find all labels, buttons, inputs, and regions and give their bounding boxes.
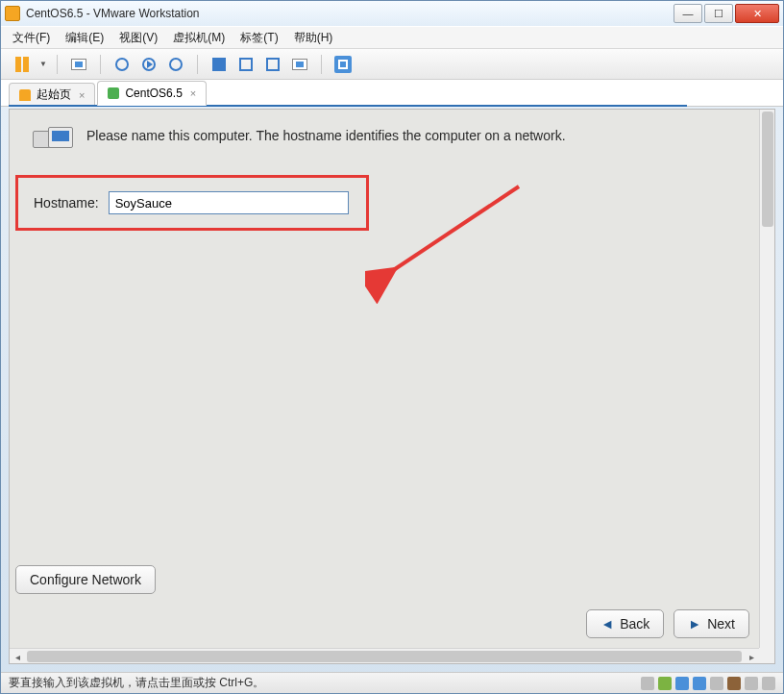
arrow-right-icon: ► (688, 616, 701, 632)
hostname-label: Hostname: (34, 195, 99, 211)
menu-help[interactable]: 帮助(H) (294, 30, 333, 46)
next-label: Next (707, 616, 735, 632)
annotation-arrow-icon (365, 158, 538, 331)
hostname-blurb: Please name this computer. The hostname … (33, 127, 747, 161)
back-button[interactable]: ◄ Back (586, 609, 664, 638)
close-icon[interactable]: × (79, 89, 85, 101)
floppy-icon[interactable] (675, 677, 689, 690)
horizontal-scrollbar[interactable]: ◂ ▸ (10, 648, 759, 663)
sound-icon[interactable] (727, 677, 741, 690)
configure-network-button[interactable]: Configure Network (15, 565, 156, 594)
hostname-input[interactable] (109, 191, 349, 214)
vertical-scrollbar[interactable] (759, 110, 774, 648)
scroll-thumb[interactable] (27, 651, 742, 662)
menu-edit[interactable]: 编辑(E) (65, 30, 104, 46)
close-icon[interactable]: × (190, 87, 196, 99)
vm-icon (108, 87, 119, 99)
printer-icon[interactable] (745, 677, 758, 690)
scroll-right-icon[interactable]: ▸ (744, 649, 759, 664)
cd-icon[interactable] (658, 677, 672, 690)
usb-icon[interactable] (710, 677, 723, 690)
maximize-button[interactable]: ☐ (704, 4, 733, 23)
scroll-thumb[interactable] (762, 112, 773, 227)
separator (321, 55, 322, 74)
hostname-blurb-text: Please name this computer. The hostname … (86, 127, 566, 145)
separator (100, 55, 101, 74)
view-unity-icon[interactable] (261, 53, 284, 76)
scroll-corner (759, 648, 774, 663)
arrow-left-icon: ◄ (600, 616, 614, 632)
back-label: Back (620, 616, 649, 632)
scroll-left-icon[interactable]: ◂ (10, 649, 25, 664)
guest-display[interactable]: Please name this computer. The hostname … (9, 109, 775, 664)
home-icon (19, 89, 31, 101)
minimize-button[interactable]: — (674, 4, 702, 23)
snapshot-take-icon[interactable] (110, 53, 134, 76)
titlebar: CentOS6.5 - VMware Workstation — ☐ ✕ (1, 1, 783, 26)
hostname-highlight-box: Hostname: (15, 175, 369, 231)
tab-centos[interactable]: CentOS6.5 × (97, 81, 207, 106)
menu-file[interactable]: 文件(F) (12, 30, 50, 46)
installer-panel: Please name this computer. The hostname … (10, 110, 759, 648)
pause-button[interactable] (11, 53, 34, 76)
window-title: CentOS6.5 - VMware Workstation (26, 7, 672, 20)
tab-home-label: 起始页 (37, 87, 71, 103)
tabstrip: 起始页 × CentOS6.5 × (1, 80, 783, 107)
tab-centos-label: CentOS6.5 (125, 87, 182, 100)
snapshot-manager-icon[interactable] (164, 53, 187, 76)
view-console-icon[interactable] (234, 53, 257, 76)
status-hint: 要直接输入到该虚拟机，请点击里面或按 Ctrl+G。 (9, 675, 264, 691)
toolbar: ▼ (1, 49, 783, 80)
separator (197, 55, 198, 74)
configure-network-label: Configure Network (30, 572, 141, 587)
menu-tabs[interactable]: 标签(T) (240, 30, 278, 46)
view-single-icon[interactable] (208, 53, 231, 76)
snapshot-revert-icon[interactable] (137, 53, 160, 76)
menu-view[interactable]: 视图(V) (119, 30, 158, 46)
tab-home[interactable]: 起始页 × (9, 83, 95, 106)
message-icon[interactable] (762, 677, 775, 690)
computer-icon (33, 127, 75, 161)
snapshot-button[interactable] (67, 53, 90, 76)
statusbar: 要直接输入到该虚拟机，请点击里面或按 Ctrl+G。 (1, 672, 783, 693)
nav-buttons: ◄ Back ► Next (586, 609, 749, 638)
view-thumbnail-icon[interactable] (288, 53, 311, 76)
close-button[interactable]: ✕ (735, 4, 779, 23)
fullscreen-button[interactable] (331, 53, 355, 76)
vmware-window: CentOS6.5 - VMware Workstation — ☐ ✕ 文件(… (0, 0, 784, 694)
next-button[interactable]: ► Next (674, 609, 749, 638)
hdd-icon[interactable] (641, 677, 654, 690)
menu-vm[interactable]: 虚拟机(M) (173, 30, 225, 46)
window-buttons: — ☐ ✕ (672, 4, 779, 23)
device-tray (641, 677, 775, 690)
menubar: 文件(F) 编辑(E) 视图(V) 虚拟机(M) 标签(T) 帮助(H) (1, 26, 783, 49)
network-icon[interactable] (693, 677, 706, 690)
svg-line-0 (392, 186, 519, 271)
separator (57, 55, 58, 74)
vmware-icon (5, 6, 20, 21)
power-dropdown-icon[interactable]: ▼ (39, 60, 47, 68)
